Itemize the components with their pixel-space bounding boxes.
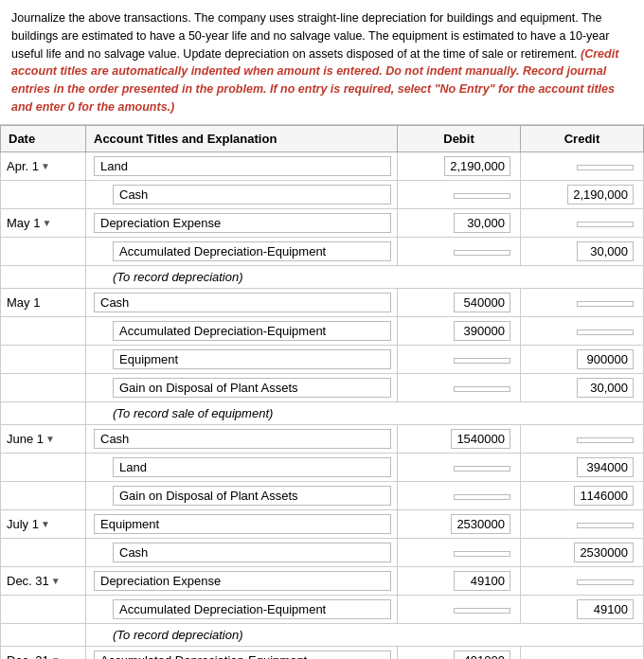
debit-input[interactable]: [454, 551, 510, 557]
dropdown-chevron[interactable]: ▼: [51, 576, 61, 586]
account-cell[interactable]: Cash: [86, 538, 398, 566]
debit-input[interactable]: 2,190,000: [444, 156, 510, 176]
dropdown-chevron[interactable]: ▼: [41, 519, 50, 529]
dropdown-chevron[interactable]: ▼: [51, 655, 61, 660]
credit-cell[interactable]: 2530000: [521, 538, 644, 566]
account-input[interactable]: Depreciation Expense: [94, 213, 391, 233]
credit-input[interactable]: 2530000: [574, 543, 634, 562]
credit-cell[interactable]: [521, 208, 644, 237]
account-cell[interactable]: Land: [86, 453, 398, 481]
debit-cell[interactable]: 30,000: [398, 208, 521, 237]
credit-input[interactable]: 394000: [577, 457, 634, 477]
debit-cell[interactable]: [398, 237, 521, 265]
account-cell[interactable]: Depreciation Expense: [86, 566, 398, 595]
account-cell[interactable]: Cash: [86, 180, 398, 208]
account-input[interactable]: Equipment: [113, 349, 391, 369]
credit-cell[interactable]: [521, 424, 644, 453]
account-input[interactable]: Accumulated Depreciation-Equipment: [113, 241, 391, 261]
credit-cell[interactable]: [521, 509, 644, 538]
date-cell[interactable]: Apr. 1 ▼: [1, 151, 86, 180]
account-input[interactable]: Accumulated Depreciation-Equipment: [113, 599, 391, 619]
account-input[interactable]: Depreciation Expense: [94, 571, 391, 591]
account-input[interactable]: Cash: [113, 185, 391, 205]
debit-input[interactable]: 491000: [454, 650, 510, 660]
dropdown-chevron[interactable]: ▼: [45, 434, 55, 444]
debit-input[interactable]: [454, 608, 510, 614]
credit-input[interactable]: [577, 222, 634, 227]
debit-cell[interactable]: 1540000: [398, 424, 521, 453]
debit-cell[interactable]: [398, 538, 521, 566]
credit-input[interactable]: [577, 437, 634, 443]
account-input[interactable]: Gain on Disposal of Plant Assets: [113, 378, 391, 398]
debit-input[interactable]: 49100: [454, 571, 510, 591]
debit-input[interactable]: 1540000: [451, 429, 510, 449]
account-cell[interactable]: Accumulated Depreciation-Equipment: [86, 316, 398, 345]
debit-input[interactable]: 540000: [454, 293, 510, 312]
account-cell[interactable]: Depreciation Expense: [86, 208, 398, 237]
credit-cell[interactable]: 2,190,000: [521, 180, 644, 208]
account-input[interactable]: Cash: [113, 543, 391, 562]
credit-input[interactable]: 1146000: [574, 486, 634, 506]
credit-input[interactable]: 30,000: [577, 378, 634, 398]
dropdown-chevron[interactable]: ▼: [42, 218, 51, 228]
credit-cell[interactable]: 394000: [521, 453, 644, 481]
account-input[interactable]: Accumulated Depreciation-Equipment: [113, 321, 391, 341]
debit-cell[interactable]: 2,190,000: [398, 151, 521, 180]
credit-cell[interactable]: [521, 151, 644, 180]
account-cell[interactable]: Accumulated Depreciation-Equipment: [86, 237, 398, 265]
account-input[interactable]: Equipment: [94, 514, 391, 534]
credit-cell[interactable]: [521, 646, 644, 659]
credit-input[interactable]: [577, 523, 634, 528]
credit-cell[interactable]: 49100: [521, 595, 644, 623]
account-input[interactable]: Land: [94, 156, 391, 176]
debit-input[interactable]: 390000: [454, 321, 510, 341]
credit-input[interactable]: [577, 301, 634, 307]
debit-input[interactable]: 2530000: [451, 514, 510, 534]
account-input[interactable]: Accumulated Depreciation-Equipment: [94, 650, 391, 660]
credit-cell[interactable]: 30,000: [521, 373, 644, 401]
debit-cell[interactable]: 2530000: [398, 509, 521, 538]
account-cell[interactable]: Equipment: [86, 345, 398, 373]
account-cell[interactable]: Equipment: [86, 509, 398, 538]
debit-input[interactable]: [454, 386, 510, 392]
credit-input[interactable]: [577, 579, 634, 585]
debit-input[interactable]: [454, 466, 510, 472]
credit-input[interactable]: [577, 165, 634, 170]
debit-cell[interactable]: [398, 345, 521, 373]
debit-cell[interactable]: 49100: [398, 566, 521, 595]
date-cell[interactable]: May 1 ▼: [1, 208, 86, 237]
debit-input[interactable]: [454, 193, 510, 199]
credit-cell[interactable]: [521, 288, 644, 316]
account-input[interactable]: Cash: [94, 293, 391, 312]
account-cell[interactable]: Gain on Disposal of Plant Assets: [86, 481, 398, 509]
debit-cell[interactable]: 491000: [398, 646, 521, 659]
credit-input[interactable]: 900000: [577, 349, 634, 369]
credit-input[interactable]: 49100: [577, 599, 634, 619]
debit-input[interactable]: [454, 250, 510, 256]
date-cell[interactable]: Dec. 31 ▼: [1, 646, 86, 659]
date-cell[interactable]: July 1 ▼: [1, 509, 86, 538]
debit-cell[interactable]: [398, 481, 521, 509]
credit-cell[interactable]: 1146000: [521, 481, 644, 509]
credit-cell[interactable]: [521, 316, 644, 345]
debit-input[interactable]: [454, 494, 510, 500]
account-cell[interactable]: Cash: [86, 288, 398, 316]
credit-input[interactable]: 2,190,000: [567, 185, 634, 205]
account-cell[interactable]: Cash: [86, 424, 398, 453]
account-cell[interactable]: Accumulated Depreciation-Equipment: [86, 595, 398, 623]
account-cell[interactable]: Land: [86, 151, 398, 180]
date-cell[interactable]: June 1 ▼: [1, 424, 86, 453]
account-input[interactable]: Gain on Disposal of Plant Assets: [113, 486, 391, 506]
account-input[interactable]: Cash: [94, 429, 391, 449]
account-cell[interactable]: Accumulated Depreciation-Equipment: [86, 646, 398, 659]
debit-cell[interactable]: [398, 180, 521, 208]
credit-cell[interactable]: 30,000: [521, 237, 644, 265]
dropdown-chevron[interactable]: ▼: [41, 161, 50, 171]
date-cell[interactable]: Dec. 31 ▼: [1, 566, 86, 595]
credit-input[interactable]: 30,000: [577, 241, 634, 261]
debit-cell[interactable]: [398, 595, 521, 623]
debit-cell[interactable]: [398, 453, 521, 481]
account-input[interactable]: Land: [113, 457, 391, 477]
debit-input[interactable]: [454, 358, 510, 364]
credit-cell[interactable]: [521, 566, 644, 595]
